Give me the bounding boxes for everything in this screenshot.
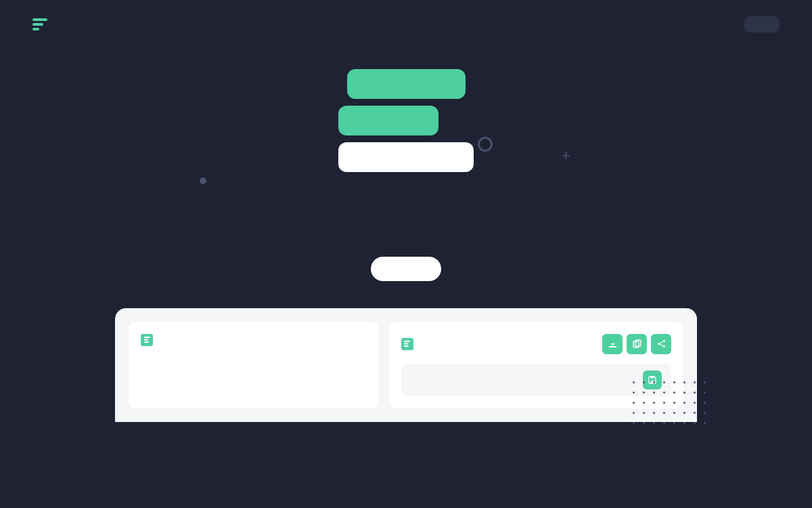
hero-illustration	[338, 69, 474, 172]
svg-rect-2	[144, 341, 149, 343]
logo-bar-3	[32, 28, 39, 30]
logo-icon	[32, 18, 47, 30]
ill-bar-top	[347, 69, 466, 99]
article-writer-header	[141, 334, 366, 346]
svg-line-11	[660, 341, 663, 343]
ill-bar-bottom	[338, 142, 474, 172]
svg-point-10	[658, 343, 660, 345]
dashboard-login-button[interactable]	[744, 16, 780, 33]
article-writer-icon	[141, 334, 153, 346]
right-title-area	[401, 338, 419, 350]
logo-bar-2	[32, 23, 43, 26]
generated-result-header	[401, 334, 671, 354]
svg-rect-5	[404, 345, 409, 347]
deco-dot-1	[200, 177, 206, 184]
svg-rect-3	[404, 341, 410, 342]
generated-result-icon	[401, 338, 413, 350]
svg-point-8	[663, 340, 665, 342]
result-action-buttons	[602, 334, 671, 354]
hero-section: +	[0, 49, 812, 422]
copy-button[interactable]	[627, 334, 647, 354]
logo[interactable]	[32, 18, 54, 30]
share-button[interactable]	[651, 334, 671, 354]
document-title-field[interactable]	[401, 364, 671, 396]
navbar	[0, 0, 812, 49]
svg-rect-14	[650, 377, 654, 379]
preview-container: const grid = document.querySelector('.do…	[115, 308, 697, 422]
ill-circle	[478, 137, 493, 152]
svg-rect-1	[144, 339, 148, 341]
svg-rect-4	[404, 343, 408, 345]
dot-grid-decoration: const grid = document.querySelector('.do…	[633, 381, 710, 429]
svg-rect-0	[144, 337, 150, 338]
deco-plus-icon: +	[562, 147, 570, 165]
ill-bar-mid	[338, 106, 438, 135]
article-writer-panel	[129, 322, 378, 408]
logo-bar-1	[32, 18, 47, 21]
svg-point-9	[663, 345, 665, 347]
download-button[interactable]	[602, 334, 623, 354]
svg-line-12	[660, 344, 663, 346]
get-started-button[interactable]	[371, 257, 441, 281]
